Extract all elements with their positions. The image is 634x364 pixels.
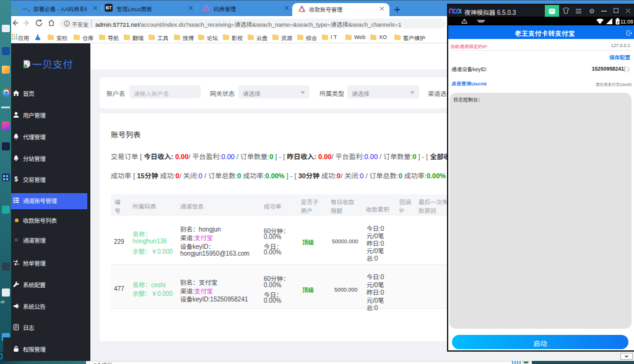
svg-text:$: $ — [14, 176, 18, 183]
